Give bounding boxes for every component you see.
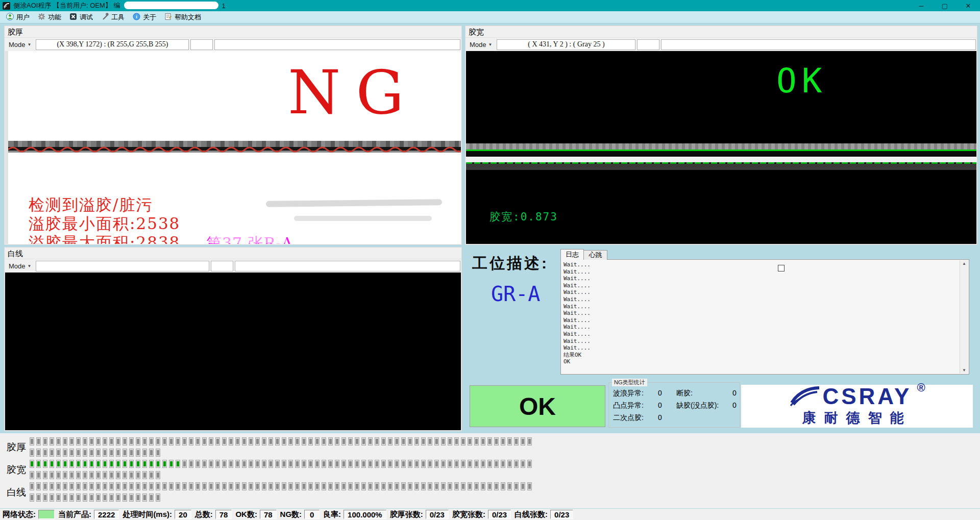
status-label: 处理时间(ms): — [122, 510, 172, 519]
indicator-cell — [56, 482, 61, 490]
indicator-cell — [122, 482, 127, 490]
menu-item-help-doc[interactable]: 帮助文档 — [161, 12, 206, 23]
log-line: Wait.... — [564, 338, 958, 345]
indicator-cell — [302, 482, 306, 490]
indicator-cell — [375, 460, 379, 468]
tab-log[interactable]: 日志 — [560, 249, 584, 260]
indicator-cell — [56, 449, 61, 457]
indicator-cell — [136, 471, 140, 479]
indicator-cell — [341, 460, 346, 468]
scroll-down-icon[interactable]: ▼ — [962, 368, 966, 373]
log-line: 结果OK — [564, 352, 958, 359]
grid-group-label: 胶宽 — [7, 463, 26, 477]
indicator-cell — [156, 493, 160, 502]
indicator-cell — [136, 493, 140, 502]
user-icon — [6, 13, 14, 22]
indicator-cell — [441, 437, 446, 445]
indicator-cell — [521, 482, 525, 490]
log-checkbox[interactable] — [778, 265, 785, 271]
indicator-cell — [156, 449, 160, 457]
maximize-button[interactable]: ▢ — [933, 0, 957, 11]
gear-icon — [38, 13, 45, 22]
indicator-cell — [36, 449, 41, 457]
about-icon: i — [133, 13, 140, 22]
indicator-cell — [355, 460, 359, 468]
indicator-cell — [381, 460, 386, 468]
baixian-mode-dropdown[interactable]: Mode ▼ — [6, 262, 34, 270]
indicator-cell — [122, 493, 127, 502]
ng-stat-value: 0 — [732, 401, 741, 410]
status-value: 2222 — [94, 510, 119, 519]
jiaohou-mode-dropdown[interactable]: Mode ▼ — [6, 41, 34, 48]
indicator-cell — [182, 482, 187, 490]
log-line: Wait.... — [564, 310, 958, 317]
indicator-cell — [322, 437, 326, 445]
indicator-cell — [308, 437, 313, 445]
indicator-cell — [43, 493, 47, 502]
indicator-cell — [182, 460, 187, 468]
indicator-cell — [302, 437, 306, 445]
indicator-cell — [103, 437, 107, 445]
station-desc-value: GR-A — [491, 282, 540, 306]
indicator-cell-green — [36, 460, 41, 468]
indicator-cell — [481, 482, 485, 490]
ng-stat-value: 0 — [658, 389, 676, 398]
indicator-row — [30, 471, 534, 480]
menu-item-user[interactable]: 用户 — [3, 12, 35, 23]
indicator-cell — [487, 437, 492, 445]
status-item: 处理时间(ms):20 — [122, 510, 191, 519]
ng-stat-label: 断胶: — [676, 389, 732, 398]
indicator-cell — [282, 460, 286, 468]
tab-heartbeat[interactable]: 心跳 — [584, 250, 607, 260]
menu-item-about[interactable]: i关于 — [130, 12, 161, 23]
indicator-cell — [428, 460, 432, 468]
indicator-cell — [328, 482, 333, 490]
indicator-cell — [408, 482, 412, 490]
indicator-cell — [434, 460, 439, 468]
indicator-cell — [235, 437, 240, 445]
menu-item-gear[interactable]: 功能 — [35, 12, 66, 23]
indicator-cell — [468, 482, 472, 490]
indicator-cell — [129, 449, 134, 457]
status-item: OK数:78 — [235, 510, 276, 519]
indicator-cell — [142, 449, 147, 457]
indicator-cell — [63, 493, 67, 502]
network-status-indicator — [38, 510, 55, 519]
status-item: 网络状态: — [3, 510, 55, 519]
status-label: NG数: — [280, 510, 302, 519]
indicator-cell — [501, 437, 505, 445]
indicator-cell — [335, 460, 339, 468]
indicator-cell — [308, 482, 313, 490]
indicator-cell — [116, 437, 120, 445]
indicator-cell — [454, 460, 459, 468]
jiaokuan-mode-dropdown[interactable]: Mode ▼ — [467, 41, 495, 48]
indicator-cell — [215, 460, 220, 468]
ng-stat-value: 0 — [732, 389, 741, 398]
indicator-cell — [255, 482, 260, 490]
indicator-cell — [375, 482, 379, 490]
indicator-cell — [368, 460, 373, 468]
indicator-cell — [355, 437, 359, 445]
indicator-cell-green — [162, 460, 167, 468]
indicator-cell — [76, 449, 81, 457]
indicator-cell — [474, 482, 479, 490]
chevron-down-icon: ▼ — [488, 42, 493, 47]
indicator-cell — [348, 482, 353, 490]
scroll-up-icon[interactable]: ▲ — [962, 261, 966, 266]
indicator-cell-green — [122, 460, 127, 468]
product-stripe — [466, 143, 976, 150]
close-button[interactable]: ✕ — [957, 0, 980, 11]
result-ok-button[interactable]: OK — [470, 385, 605, 427]
indicator-cell-green — [142, 460, 147, 468]
indicator-cell — [441, 460, 446, 468]
minimize-button[interactable]: ─ — [910, 0, 933, 11]
indicator-cell — [36, 482, 41, 490]
menu-item-debug[interactable]: 调试 — [66, 12, 98, 23]
indicator-cell — [89, 437, 94, 445]
indicator-cell — [109, 471, 114, 479]
log-scrollbar[interactable]: ▲ ▼ — [960, 260, 968, 374]
log-content[interactable]: Wait....Wait....Wait....Wait....Wait....… — [560, 259, 969, 375]
panel-jiaokuan: 胶宽 Mode ▼ ( X 431, Y 2 ) : ( Gray 25 ) O… — [465, 26, 977, 245]
menu-item-wrench[interactable]: 工具 — [98, 12, 130, 23]
indicator-cell — [96, 449, 101, 457]
